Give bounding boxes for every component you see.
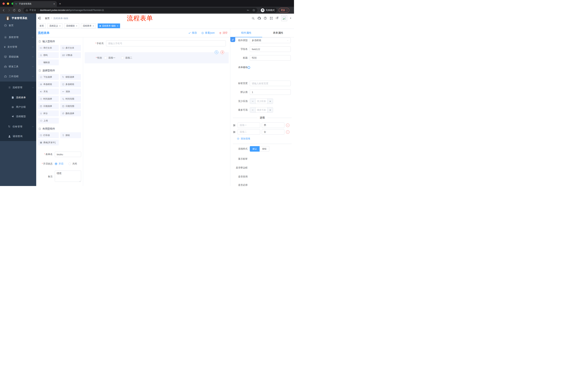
- reload-icon[interactable]: [13, 9, 16, 12]
- font-size-icon[interactable]: TT: [276, 17, 279, 20]
- tab-form-props[interactable]: 表单属性: [262, 29, 294, 37]
- collapse-sidebar-icon[interactable]: [38, 16, 41, 20]
- style-default-button[interactable]: 默认: [250, 146, 260, 152]
- field-name-input[interactable]: [250, 46, 291, 52]
- title-input[interactable]: [250, 55, 291, 61]
- style-button-button[interactable]: 按钮: [260, 146, 269, 152]
- browser-update-button[interactable]: 更新: [279, 8, 289, 12]
- sidebar-item-process-form[interactable]: 流程表单: [0, 93, 36, 102]
- github-icon[interactable]: [257, 17, 261, 20]
- component-checkbox-group[interactable]: 多选框组: [60, 81, 81, 87]
- selected-component-gender[interactable]: *性别 选项一 选项二: [84, 52, 229, 63]
- option-2-value-input[interactable]: [262, 129, 284, 135]
- close-tab-icon[interactable]: ✕: [117, 25, 118, 27]
- component-button[interactable]: 按钮: [60, 132, 81, 138]
- tab-home[interactable]: 首页: [38, 23, 46, 28]
- component-text-field[interactable]: 单行文本: [38, 45, 59, 51]
- url-path[interactable]: /bpm/manager/form/edit?formId=11: [69, 9, 104, 11]
- component-editor[interactable]: 编辑器: [38, 60, 59, 65]
- sidebar-item-infra[interactable]: 基础设施: [0, 52, 36, 62]
- minimize-window-button[interactable]: [7, 2, 9, 5]
- search-icon[interactable]: [252, 17, 255, 20]
- sidebar-item-devtools[interactable]: 研发工具: [0, 62, 36, 71]
- help-icon[interactable]: [264, 17, 267, 20]
- password-key-icon[interactable]: [247, 9, 249, 12]
- component-row-container[interactable]: 行容器: [38, 132, 59, 138]
- view-json-button[interactable]: 查看json: [201, 31, 215, 35]
- add-option-button[interactable]: 添加选项: [237, 137, 250, 140]
- option-1-value-input[interactable]: [262, 122, 284, 128]
- copy-component-button[interactable]: [215, 50, 218, 54]
- delete-component-button[interactable]: [220, 50, 224, 54]
- remove-option-button[interactable]: −: [286, 130, 289, 134]
- not-secure-label[interactable]: 不安全: [29, 9, 36, 12]
- gender-option-1-checkbox[interactable]: 选项一: [104, 56, 115, 60]
- phone-field-row[interactable]: *手机号: [83, 40, 230, 46]
- sidebar-item-system[interactable]: 系统管理: [0, 32, 36, 42]
- component-slider[interactable]: 滑块: [60, 89, 81, 95]
- tab-process-form-edit[interactable]: 流程表单-编辑✕: [98, 23, 120, 28]
- status-on-radio[interactable]: 开启: [55, 162, 63, 165]
- component-rate[interactable]: 评分: [38, 110, 59, 116]
- breadcrumb-home[interactable]: 首页: [45, 17, 50, 20]
- stepper-value[interactable]: 最多可选: [255, 107, 267, 112]
- sidebar-item-leave-query[interactable]: 请假查询: [0, 131, 36, 141]
- component-table-dev[interactable]: 表格[开发中]: [38, 139, 59, 145]
- phone-input[interactable]: [106, 40, 226, 46]
- clear-button[interactable]: 清空: [219, 31, 228, 35]
- form-name-input[interactable]: [55, 152, 81, 157]
- app-logo[interactable]: 芋道管理系统: [0, 14, 36, 23]
- component-date-picker[interactable]: 日期选择: [38, 103, 59, 109]
- home-icon[interactable]: [18, 9, 21, 12]
- form-canvas[interactable]: *手机号 *性别 选项一 选项二: [83, 37, 230, 186]
- component-type-select[interactable]: 多选框组: [250, 38, 291, 43]
- close-tab-icon[interactable]: ✕: [93, 25, 94, 27]
- sidebar-item-process-model[interactable]: 流程模型: [0, 112, 36, 121]
- component-select[interactable]: 下拉选择: [38, 74, 59, 80]
- close-window-button[interactable]: [2, 2, 5, 5]
- component-textarea[interactable]: 多行文本: [60, 45, 81, 51]
- avatar[interactable]: [281, 15, 287, 21]
- avatar-caret-icon[interactable]: ▼: [290, 17, 292, 19]
- stepper-plus-button[interactable]: +: [267, 99, 273, 104]
- address-bar[interactable]: 不安全 dashboard.yudao.iocoder.cn/bpm/manag…: [23, 8, 257, 13]
- option-1-label-input[interactable]: [238, 122, 260, 128]
- slider-handle[interactable]: [248, 66, 250, 69]
- fullscreen-icon[interactable]: [270, 17, 273, 20]
- new-tab-button[interactable]: +: [59, 2, 61, 6]
- gender-option-2-checkbox[interactable]: 选项二: [121, 56, 132, 60]
- component-cascader[interactable]: 级联选择: [60, 74, 81, 80]
- save-button[interactable]: 保存: [188, 31, 197, 35]
- component-counter[interactable]: 123 计数器: [60, 52, 81, 58]
- component-upload[interactable]: 上传: [38, 118, 59, 124]
- browser-menu-icon[interactable]: [287, 9, 287, 11]
- close-tab-icon[interactable]: ✕: [53, 3, 55, 5]
- tab-process-definition[interactable]: 流程定义✕: [47, 23, 63, 28]
- browser-tab[interactable]: 芋道管理系统 ✕: [13, 1, 57, 7]
- status-off-radio[interactable]: 关闭: [68, 162, 77, 165]
- bookmark-star-icon[interactable]: [252, 9, 255, 12]
- component-password[interactable]: 密码: [38, 52, 59, 58]
- close-tab-icon[interactable]: ✕: [59, 25, 61, 27]
- stepper-minus-button[interactable]: −: [250, 107, 255, 112]
- tab-process-model[interactable]: 流程模型✕: [64, 23, 79, 28]
- sidebar-item-user-group[interactable]: 用户分组: [0, 103, 36, 111]
- drag-handle-icon[interactable]: [233, 131, 236, 133]
- option-2-label-input[interactable]: [238, 129, 260, 135]
- component-switch[interactable]: 开关: [38, 89, 59, 95]
- form-remark-textarea[interactable]: 嘿嘿: [55, 170, 81, 182]
- back-icon[interactable]: [2, 9, 5, 12]
- drag-handle-icon[interactable]: [233, 124, 236, 127]
- close-tab-icon[interactable]: ✕: [76, 25, 77, 27]
- component-radio-group[interactable]: 单选框组: [38, 81, 59, 87]
- component-color-picker[interactable]: 颜色选择: [60, 110, 81, 116]
- remove-option-button[interactable]: −: [286, 124, 289, 127]
- forward-icon[interactable]: [8, 9, 10, 12]
- stepper-plus-button[interactable]: +: [267, 107, 273, 112]
- stepper-value[interactable]: 至少应选: [255, 99, 267, 104]
- default-value-input[interactable]: [250, 89, 291, 95]
- tab-process-form[interactable]: 流程表单✕: [81, 23, 96, 28]
- label-width-input[interactable]: [250, 81, 291, 86]
- url-host[interactable]: dashboard.yudao.iocoder.cn: [40, 9, 69, 11]
- component-time-range[interactable]: 时间范围: [60, 96, 81, 102]
